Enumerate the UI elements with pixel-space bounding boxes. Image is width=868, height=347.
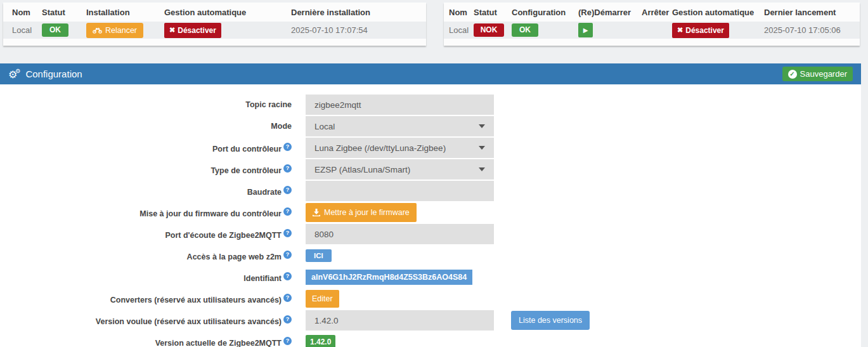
daemon-config-cell: OK — [512, 22, 578, 39]
form-row-wanted-version: Version voulue (réservé aux utilisateurs… — [0, 310, 861, 331]
listen-port-label: Port d'écoute de Zigbee2MQTT? — [0, 229, 292, 240]
wanted-version-input[interactable] — [306, 310, 494, 331]
daemon-status-cell: NOK — [474, 22, 512, 39]
topic-label: Topic racine — [0, 100, 292, 109]
configuration-panel-header: ⚙⚙ Configuration ✓ Sauvegarder — [0, 63, 861, 84]
column-header-gestion-automatique: Gestion automatique — [672, 3, 764, 22]
daemon-stop-cell — [642, 22, 672, 39]
table-row: Local NOK OK ▶ ✖ — [444, 22, 860, 39]
daemon-table-card: Nom Statut Configuration (Re)Démarrer Ar… — [444, 3, 860, 46]
update-firmware-button[interactable]: Mettre à jour le firmware — [306, 203, 417, 222]
daemon-name-cell: Local — [444, 22, 474, 39]
help-icon[interactable]: ? — [283, 251, 292, 259]
column-header-statut: Statut — [42, 3, 86, 22]
form-row-controller-type: Type de contrôleur? EZSP (Atlas/Luna/Sma… — [0, 159, 861, 180]
status-badge: OK — [42, 23, 68, 37]
web-access-label: Accès à la page web z2m? — [0, 251, 292, 261]
download-icon — [313, 209, 320, 216]
table-row: Local OK Relancer ✖ Désactiver — [3, 22, 426, 39]
help-icon[interactable]: ? — [283, 315, 292, 324]
help-icon[interactable]: ? — [283, 143, 292, 151]
page-title: Configuration — [25, 69, 82, 79]
chevron-down-icon — [479, 146, 485, 150]
identifier-label: Identifiant? — [0, 272, 292, 283]
listen-port-input[interactable] — [306, 224, 494, 244]
firmware-label: Mise à jour du firmware du contrôleur? — [0, 207, 292, 218]
mode-label: Mode — [0, 122, 292, 131]
help-icon[interactable]: ? — [283, 164, 292, 173]
disable-auto-manage-button[interactable]: ✖ Désactiver — [164, 23, 221, 38]
daemon-table: Nom Statut Configuration (Re)Démarrer Ar… — [444, 3, 860, 39]
current-version-label: Version actuelle de Zigbee2MQTT? — [0, 337, 292, 347]
form-row-mode: Mode Local — [0, 115, 861, 137]
form-row-controller-port: Port du contrôleur? Luna Zigbee (/dev/tt… — [0, 137, 861, 159]
status-section: Nom Statut Installation Gestion automati… — [0, 0, 868, 46]
help-icon[interactable]: ? — [283, 337, 292, 345]
status-badge: NOK — [474, 23, 504, 37]
install-action-cell: Relancer — [86, 22, 164, 39]
config-status-badge: OK — [512, 23, 538, 37]
identifier-value-badge: alnV6G1hJ2RzRmqH8d4Z5S3Bz6AO4S84 — [306, 270, 472, 285]
form-row-current-version: Version actuelle de Zigbee2MQTT? 1.42.0 — [0, 331, 861, 347]
form-row-converters: Converters (réservé aux utilisateurs ava… — [0, 288, 861, 310]
baudrate-input[interactable] — [306, 181, 494, 201]
column-header-arreter: Arrêter — [642, 3, 672, 22]
controller-type-select[interactable]: EZSP (Atlas/Luna/Smart) — [306, 159, 494, 180]
version-list-button[interactable]: Liste des versions — [511, 311, 590, 330]
column-header-nom: Nom — [3, 3, 42, 22]
edit-converters-button[interactable]: Editer — [306, 290, 339, 308]
play-icon: ▶ — [583, 27, 588, 34]
check-circle-icon: ✓ — [788, 70, 797, 79]
form-row-listen-port: Port d'écoute de Zigbee2MQTT? — [0, 223, 861, 245]
chevron-down-icon — [479, 167, 485, 171]
help-icon[interactable]: ? — [283, 229, 292, 237]
configuration-form: Topic racine Mode Local Port du contrôle… — [0, 84, 861, 347]
controller-port-select[interactable]: Luna Zigbee (/dev/ttyLuna-Zigbee) — [306, 138, 494, 158]
topic-input[interactable] — [306, 95, 494, 115]
column-header-derniere-installation: Dernière installation — [291, 3, 426, 22]
column-header-nom: Nom — [444, 3, 474, 22]
disable-auto-manage-button[interactable]: ✖ Désactiver — [672, 23, 729, 38]
open-z2m-web-button[interactable]: ICI — [306, 249, 332, 262]
configuration-panel: ⚙⚙ Configuration ✓ Sauvegarder Topic rac… — [0, 63, 861, 347]
last-launch-date: 2025-07-10 17:05:06 — [764, 22, 860, 39]
install-name-cell: Local — [3, 22, 42, 39]
help-icon[interactable]: ? — [283, 207, 292, 216]
column-header-dernier-lancement: Dernier lancement — [764, 3, 860, 22]
column-header-statut: Statut — [474, 3, 512, 22]
gears-icon: ⚙⚙ — [8, 69, 20, 80]
close-icon: ✖ — [169, 26, 175, 34]
column-header-installation: Installation — [86, 3, 164, 22]
help-icon[interactable]: ? — [283, 272, 292, 280]
converters-label: Converters (réservé aux utilisateurs ava… — [0, 294, 292, 304]
last-install-date: 2025-07-10 17:07:54 — [291, 22, 426, 39]
install-auto-manage-cell: ✖ Désactiver — [164, 22, 291, 39]
baudrate-label: Baudrate? — [0, 186, 292, 197]
form-row-topic: Topic racine — [0, 94, 861, 115]
daemon-auto-manage-cell: ✖ Désactiver — [672, 22, 764, 39]
restart-daemon-button[interactable]: ▶ — [578, 23, 593, 37]
column-header-configuration: Configuration — [512, 3, 578, 22]
current-version-badge: 1.42.0 — [306, 335, 335, 347]
close-icon: ✖ — [677, 26, 683, 34]
form-row-firmware: Mise à jour du firmware du contrôleur? M… — [0, 202, 861, 223]
daemon-restart-cell: ▶ — [578, 22, 642, 39]
wanted-version-label: Version voulue (réservé aux utilisateurs… — [0, 315, 292, 326]
install-status-cell: OK — [42, 22, 86, 39]
motorcycle-icon — [93, 27, 102, 34]
column-header-redemarrer: (Re)Démarrer — [578, 3, 642, 22]
form-row-identifier: Identifiant? alnV6G1hJ2RzRmqH8d4Z5S3Bz6A… — [0, 266, 861, 288]
relaunch-install-button[interactable]: Relancer — [86, 23, 143, 38]
column-header-gestion-automatique: Gestion automatique — [164, 3, 291, 22]
save-button[interactable]: ✓ Sauvegarder — [782, 67, 853, 81]
help-icon[interactable]: ? — [283, 294, 292, 302]
controller-type-label: Type de contrôleur? — [0, 164, 292, 175]
chevron-down-icon — [479, 124, 485, 128]
mode-select[interactable]: Local — [306, 116, 494, 136]
form-row-web-access: Accès à la page web z2m? ICI — [0, 245, 861, 266]
installation-table-card: Nom Statut Installation Gestion automati… — [3, 3, 426, 46]
installation-table: Nom Statut Installation Gestion automati… — [3, 3, 426, 39]
help-icon[interactable]: ? — [283, 186, 292, 194]
form-row-baudrate: Baudrate? — [0, 180, 861, 202]
controller-port-label: Port du contrôleur? — [0, 143, 292, 154]
